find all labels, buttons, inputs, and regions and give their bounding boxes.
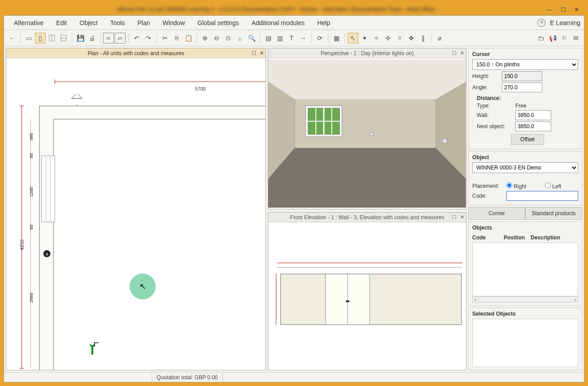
redo-icon[interactable]: ↷ — [143, 33, 154, 43]
type-label: Type: — [477, 103, 513, 109]
cylinder-icon[interactable]: ⌀ — [434, 33, 445, 43]
layout4-icon[interactable]: ⿱ — [58, 33, 69, 43]
layout3-icon[interactable]: ⿰ — [47, 33, 57, 43]
elev-close-icon[interactable]: ✕ — [460, 214, 464, 220]
cut-icon[interactable]: ✂ — [160, 33, 170, 43]
copy-icon[interactable]: ⎘ — [171, 33, 182, 43]
tool-f-icon[interactable]: ‖ — [418, 33, 428, 43]
col-position: Position — [504, 234, 531, 241]
plan-max-icon[interactable]: ☐ — [252, 50, 256, 56]
left-total-dim: 4250 — [19, 240, 25, 251]
tab-standard-products[interactable]: Standard products — [525, 207, 582, 220]
cursor-mode-select[interactable]: 150.0 ↑ On plinths — [472, 59, 578, 70]
calc-icon[interactable]: ▦ — [331, 33, 342, 43]
offset-button[interactable]: Offset — [511, 134, 544, 145]
menu-window[interactable]: Window — [156, 17, 191, 29]
refresh-icon[interactable]: ⟳ — [314, 33, 325, 43]
window-title: Winner Flex 12.2a3 2000000 Learning 3 - … — [5, 6, 547, 13]
zoom-out-icon[interactable]: ⊖ — [211, 33, 222, 43]
tool-e-icon[interactable]: ✥ — [406, 33, 417, 43]
mail-icon[interactable]: ✉ — [571, 33, 581, 43]
layout2-icon[interactable]: ▯ — [35, 33, 46, 43]
flag-icon[interactable]: ⚐ — [559, 33, 570, 43]
catalog-select[interactable]: WINNER 0000-3 EN Demo — [472, 162, 578, 173]
type-value: Free — [515, 103, 527, 109]
persp-max-icon[interactable]: ☐ — [452, 50, 457, 56]
plan-canvas[interactable]: 5700 — [6, 58, 266, 370]
dimension-icon[interactable]: ↔ — [298, 33, 309, 43]
height-input — [502, 71, 542, 81]
menu-object[interactable]: Object — [73, 17, 104, 29]
zoom-all-icon[interactable]: 🔍 — [246, 33, 257, 43]
save-icon[interactable]: 💾 — [75, 33, 86, 43]
height-label: Height: — [472, 73, 499, 79]
selected-list[interactable] — [472, 319, 578, 367]
tool-b-icon[interactable]: ✧ — [371, 33, 382, 43]
menu-bar: Alternative Edit Object Tools Plan Windo… — [4, 16, 584, 30]
announce-icon[interactable]: 📢 — [547, 33, 558, 43]
title-bar: Winner Flex 12.2a3 2000000 Learning 3 - … — [4, 4, 584, 15]
elev-max-icon[interactable]: ☐ — [452, 214, 457, 220]
objects-scroll[interactable]: ‹› — [472, 296, 578, 303]
cursor-panel: Cursor 150.0 ↑ On plinths Height: Angle: — [468, 48, 582, 149]
svg-rect-14 — [42, 156, 55, 222]
elevation-pane-header[interactable]: Front Elevation - 1 : Wall - 3, Elevatio… — [268, 213, 466, 222]
menu-additional-modules[interactable]: Additional modules — [245, 17, 311, 29]
paste-icon[interactable]: 📋 — [183, 33, 194, 43]
text-icon[interactable]: T — [286, 33, 297, 43]
layout1-icon[interactable]: ▭ — [23, 33, 34, 43]
persp-close-icon[interactable]: ✕ — [460, 50, 464, 56]
wall-input[interactable] — [515, 110, 551, 120]
plan-pane-title: Plan - All units with codes and measures — [87, 50, 184, 56]
next-input[interactable] — [515, 121, 551, 131]
e-learning-link[interactable]: E Learning — [550, 19, 580, 26]
svg-rect-4 — [53, 119, 266, 370]
angle-input[interactable] — [502, 82, 542, 92]
elevation-canvas[interactable] — [268, 222, 466, 370]
maximize-button[interactable]: ☐ — [561, 6, 566, 13]
svg-marker-23 — [268, 60, 466, 100]
objects-list[interactable] — [472, 243, 578, 296]
minimize-button[interactable]: — — [547, 6, 553, 13]
code-input[interactable] — [506, 191, 578, 201]
menu-help[interactable]: Help — [311, 17, 336, 29]
print-icon[interactable]: 🖨 — [87, 33, 97, 43]
menu-edit[interactable]: Edit — [50, 17, 73, 29]
tool-a-icon[interactable]: ✦ — [359, 33, 370, 43]
zoom-fit-icon[interactable]: ⊙ — [223, 33, 234, 43]
folder-icon[interactable]: 🗀 — [536, 33, 546, 43]
perspective-pane-header[interactable]: Perspective - 1 : Day (interior lights o… — [268, 48, 466, 58]
menu-global-settings[interactable]: Global settings — [191, 17, 245, 29]
distance-title: Distance: — [477, 95, 578, 101]
tool-c-icon[interactable]: ✢ — [383, 33, 393, 43]
menu-plan[interactable]: Plan — [131, 17, 156, 29]
plan-close-icon[interactable]: ✕ — [260, 50, 264, 56]
perspective-canvas[interactable] — [268, 58, 466, 209]
back-icon[interactable]: ← — [7, 33, 17, 43]
elevation-pane-title: Front Elevation - 1 : Wall - 3, Elevatio… — [290, 214, 444, 221]
menu-tools[interactable]: Tools — [104, 17, 131, 29]
col-description: Description — [531, 234, 560, 241]
selected-objects-panel: Selected Objects — [468, 308, 582, 370]
zoom-in-icon[interactable]: ⊕ — [200, 33, 210, 43]
placement-left-radio[interactable]: Left — [545, 182, 572, 190]
menu-alternative[interactable]: Alternative — [8, 17, 50, 29]
svg-rect-42 — [346, 301, 349, 303]
main-toolbar: ← ▭ ▯ ⿰ ⿱ 💾 🖨 sc pn ↶ ↷ ✂ ⎘ 📋 ⊕ ⊖ ⊙ ⌕ 🔍 — [4, 30, 584, 46]
note-icon[interactable]: ▥ — [274, 33, 285, 43]
undo-icon[interactable]: ↶ — [131, 33, 142, 43]
zoom-region-icon[interactable]: ⌕ — [235, 33, 245, 43]
pn-icon[interactable]: pn — [115, 33, 126, 43]
placement-right-radio[interactable]: Right — [506, 182, 533, 190]
doc-icon[interactable]: ▤ — [263, 33, 274, 43]
wall-marker: 4 — [46, 252, 48, 256]
help-icon[interactable]: ? — [537, 19, 545, 27]
plan-pane-header[interactable]: Plan - All units with codes and measures… — [6, 48, 266, 58]
sc-icon[interactable]: sc — [103, 33, 114, 43]
tool-d-icon[interactable]: ⌗ — [394, 33, 405, 43]
svg-rect-35 — [370, 132, 374, 136]
svg-marker-22 — [268, 148, 466, 208]
tab-corner[interactable]: Corner — [468, 207, 525, 220]
close-button[interactable]: ✕ — [574, 6, 579, 13]
cursor-icon[interactable]: ↖ — [348, 33, 358, 43]
